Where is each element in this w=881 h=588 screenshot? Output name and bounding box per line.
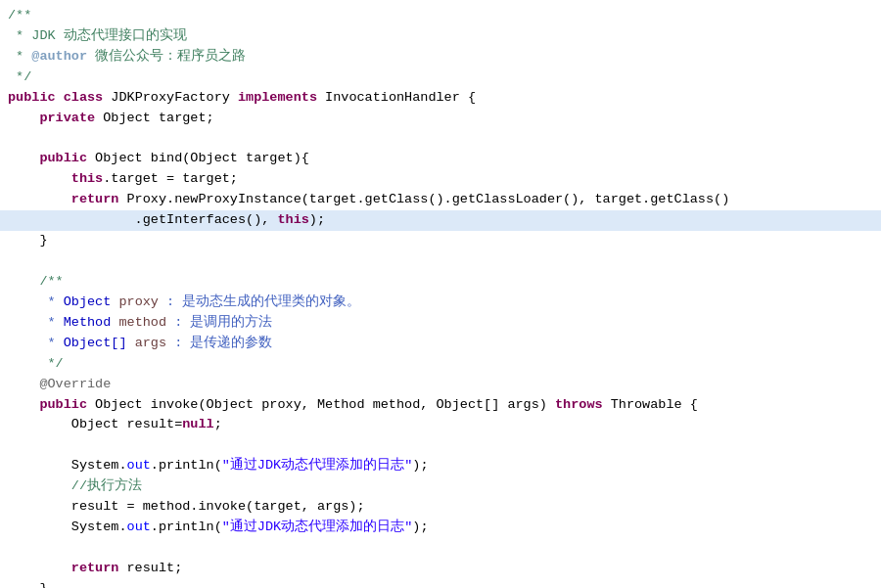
code-text	[8, 149, 39, 169]
code-line-4: */	[0, 68, 881, 88]
code-container: /** * JDK 动态代理接口的实现 * @author 微信公众号：程序员之…	[0, 0, 881, 588]
code-text	[8, 559, 71, 579]
code-text: /**	[8, 272, 64, 293]
code-text	[8, 129, 16, 150]
code-line-13	[0, 251, 881, 272]
code-line-27	[0, 538, 881, 559]
code-text: this	[277, 210, 308, 231]
code-text: Method	[64, 313, 112, 334]
code-text: method	[118, 313, 166, 334]
code-line-11: .getInterfaces(), this);	[0, 210, 881, 231]
code-line-18: */	[0, 354, 881, 375]
code-line-16: * Method method : 是调用的方法	[0, 313, 881, 334]
code-text: Object bind(Object target){	[87, 149, 309, 169]
code-text: null	[182, 415, 213, 435]
code-text: .println(	[151, 518, 222, 538]
code-text: 微信公众号：程序员之路	[87, 47, 246, 68]
code-text	[111, 313, 118, 334]
code-line-15: * Object proxy : 是动态生成的代理类的对象。	[0, 293, 881, 313]
code-line-2: * JDK 动态代理接口的实现	[0, 26, 881, 47]
code-text: Proxy.	[118, 190, 174, 210]
code-text	[56, 88, 64, 109]
code-text: );	[309, 210, 325, 231]
code-text	[127, 334, 135, 354]
code-text: */	[8, 354, 64, 375]
code-text: Object target;	[95, 109, 214, 129]
code-text	[8, 169, 71, 190]
code-text: public	[39, 149, 87, 169]
code-line-17: * Object[] args : 是传递的参数	[0, 334, 881, 354]
code-text: *	[8, 334, 64, 354]
code-text: out	[127, 456, 151, 476]
code-text	[8, 395, 39, 416]
code-text: public	[8, 88, 56, 109]
code-line-12: }	[0, 231, 881, 251]
code-text: * JDK 动态代理接口的实现	[8, 26, 187, 47]
code-text: //执行方法	[8, 476, 142, 497]
code-text: ;	[214, 415, 222, 435]
code-text: : 是调用的方法	[166, 313, 272, 334]
code-line-20: public Object invoke(Object proxy, Metho…	[0, 395, 881, 416]
code-text: *	[8, 293, 64, 313]
code-text: JDKProxyFactory	[103, 88, 238, 109]
code-text: public	[39, 395, 87, 416]
code-line-10: return Proxy.newProxyInstance(target.get…	[0, 190, 881, 210]
code-text: @author	[31, 47, 87, 68]
code-text: (target.getClass().getClassLoader(), tar…	[301, 190, 729, 210]
code-line-1: /**	[0, 6, 881, 26]
code-text	[8, 109, 39, 129]
code-text: InvocationHandler {	[317, 88, 476, 109]
code-text: *	[8, 313, 64, 334]
code-text: Object[]	[64, 334, 127, 354]
code-text: : 是传递的参数	[166, 334, 272, 354]
code-text: proxy	[118, 293, 159, 313]
code-line-23: System.out.println("通过JDK动态代理添加的日志");	[0, 456, 881, 476]
code-text: : 是动态生成的代理类的对象。	[159, 293, 360, 313]
code-text: .target = target;	[103, 169, 238, 190]
code-text: }	[8, 231, 48, 251]
code-line-25: result = method.invoke(target, args);	[0, 497, 881, 518]
code-text	[8, 251, 16, 272]
code-line-6: private Object target;	[0, 109, 881, 129]
code-text: "通过JDK动态代理添加的日志"	[222, 518, 413, 538]
code-text: Object invoke(Object proxy, Method metho…	[87, 395, 555, 416]
code-text: this	[71, 169, 103, 190]
code-text: private	[39, 109, 95, 129]
code-line-7	[0, 129, 881, 150]
code-text	[8, 190, 71, 210]
code-line-19: @Override	[0, 375, 881, 395]
code-line-26: System.out.println("通过JDK动态代理添加的日志");	[0, 518, 881, 538]
code-text: */	[8, 68, 31, 88]
code-text: class	[64, 88, 104, 109]
code-text: );	[412, 456, 428, 476]
code-text	[8, 435, 16, 456]
code-line-3: * @author 微信公众号：程序员之路	[0, 47, 881, 68]
code-text: Object result=	[8, 415, 182, 435]
code-line-28: return result;	[0, 559, 881, 579]
code-line-29: }	[0, 579, 881, 588]
code-text: System.	[8, 456, 127, 476]
code-text: out	[127, 518, 151, 538]
code-text: result = method.invoke(target, args);	[8, 497, 365, 518]
code-line-24: //执行方法	[0, 476, 881, 497]
code-line-22	[0, 435, 881, 456]
code-text: }	[8, 579, 48, 588]
code-text	[111, 293, 118, 313]
code-text: return	[71, 559, 119, 579]
code-text: .println(	[151, 456, 222, 476]
code-line-14: /**	[0, 272, 881, 293]
code-text: result;	[118, 559, 182, 579]
code-text: );	[412, 518, 428, 538]
code-line-8: public Object bind(Object target){	[0, 149, 881, 169]
code-text: throws	[555, 395, 603, 416]
code-text: args	[135, 334, 166, 354]
code-text: implements	[238, 88, 317, 109]
code-text: "通过JDK动态代理添加的日志"	[222, 456, 413, 476]
code-text: newProxyInstance	[174, 190, 301, 210]
code-text: /**	[8, 6, 31, 26]
code-text: Throwable {	[603, 395, 698, 416]
code-line-5: public class JDKProxyFactory implements …	[0, 88, 881, 109]
code-text	[8, 538, 16, 559]
code-text: Object	[64, 293, 112, 313]
code-line-21: Object result=null;	[0, 415, 881, 435]
